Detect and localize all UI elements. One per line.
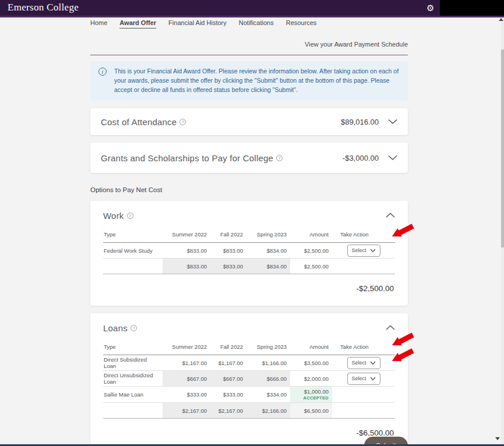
work-title: Work — [103, 211, 124, 221]
info-icon: i — [98, 68, 107, 76]
cell-amount: $2,000.00 — [290, 371, 332, 386]
subsidized-take-action-select[interactable]: Select — [347, 357, 380, 369]
grants-scholarships-amount: -$3,000.00 — [343, 154, 379, 162]
cell-summer: $833.00 — [163, 243, 210, 258]
col-header-summer: Summer 2022 — [163, 229, 210, 242]
cell-summer: $1,167.00 — [163, 355, 210, 370]
loans-table: Type Summer 2022 Fall 2022 Spring 2023 A… — [103, 341, 395, 419]
chevron-down-icon[interactable] — [388, 153, 397, 163]
cell-fall: $833.00 — [210, 243, 246, 258]
cost-of-attendance-card[interactable]: Cost of Attendance ? $89,016.00 — [90, 108, 408, 135]
col-header-fall: Fall 2022 — [210, 341, 246, 355]
table-row-direct-subsidized: Direct Subsidized Loan $1,167.00 $1,167.… — [103, 355, 395, 371]
col-header-take-action: Take Action — [332, 341, 395, 355]
grants-scholarships-title: Grants and Scholarships to Pay for Colle… — [101, 153, 273, 163]
cell-fall: $667.00 — [210, 371, 246, 386]
cell-fall: $1,167.00 — [210, 355, 246, 370]
select-label: Select — [352, 247, 366, 253]
chevron-up-icon[interactable] — [386, 323, 395, 333]
cell-type: Direct Unsubsidized Loan — [103, 371, 163, 386]
options-to-pay-label: Options to Pay Net Cost — [90, 186, 408, 193]
cell-type: Federal Work Study — [103, 243, 163, 258]
chevron-up-icon[interactable] — [386, 210, 395, 221]
loans-net-amount: -$6,500.00 — [103, 419, 395, 440]
col-header-summer: Summer 2022 — [163, 341, 210, 355]
nav-item-financial-aid-history[interactable]: Financial Aid History — [168, 19, 227, 29]
top-header-accent — [0, 16, 504, 17]
nav-item-home[interactable]: Home — [90, 19, 107, 29]
status-badge: ACCEPTED — [303, 395, 329, 401]
table-row-federal-work-study: Federal Work Study $833.00 $833.00 $834.… — [103, 243, 395, 259]
select-label: Select — [352, 360, 366, 366]
col-header-fall: Fall 2022 — [210, 229, 246, 242]
cell-type: Sallie Mae Loan — [103, 387, 163, 402]
info-banner: i This is your Financial Aid Award Offer… — [90, 61, 408, 101]
main-content: View your Award Payment Schedule i This … — [90, 35, 408, 446]
cell-spring: $834.00 — [246, 243, 290, 258]
total-fall: $2,167.00 — [210, 403, 246, 418]
total-amount: $2,500.00 — [290, 259, 332, 274]
cell-spring: $666.00 — [246, 371, 290, 386]
award-payment-schedule-link[interactable]: View your Award Payment Schedule — [305, 41, 408, 48]
table-row-direct-unsubsidized: Direct Unsubsidized Loan $667.00 $667.00… — [103, 371, 395, 387]
help-icon[interactable]: ? — [179, 119, 186, 125]
redacted-user-box — [440, 0, 504, 16]
cost-of-attendance-title: Cost of Attendance — [101, 117, 177, 127]
help-icon[interactable]: ? — [127, 213, 133, 219]
gear-icon[interactable]: ⚙ — [427, 3, 434, 13]
cell-amount-accepted: $1,000.00 ACCEPTED — [290, 387, 332, 402]
col-header-type: Type — [103, 229, 163, 242]
work-take-action-select[interactable]: Select — [347, 245, 380, 257]
cell-amount: $2,500.00 — [290, 243, 332, 258]
chevron-down-icon — [370, 377, 376, 381]
scrollbar-down-arrow[interactable] — [495, 437, 500, 440]
nav-item-notifications[interactable]: Notifications — [239, 19, 274, 29]
cost-of-attendance-amount: $89,016.00 — [341, 118, 379, 126]
chevron-down-icon — [370, 249, 376, 253]
brand-logo: Emerson College — [8, 2, 79, 13]
accepted-amount: $1,000.00 — [304, 388, 329, 395]
work-section-header[interactable]: Work ? — [103, 210, 395, 221]
work-table: Type Summer 2022 Fall 2022 Spring 2023 A… — [103, 229, 395, 274]
col-header-amount: Amount — [290, 341, 332, 355]
scrollbar-up-arrow[interactable] — [499, 18, 503, 21]
col-header-spring: Spring 2023 — [246, 341, 290, 355]
loans-totals-row: $2,167.00 $2,167.00 $2,166.00 $6,500.00 — [103, 403, 395, 419]
total-spring: $2,166.00 — [246, 403, 290, 418]
total-summer: $833.00 — [163, 259, 210, 274]
work-net-amount: -$2,500.00 — [103, 274, 395, 295]
chevron-down-icon — [370, 361, 376, 365]
grants-scholarships-card[interactable]: Grants and Scholarships to Pay for Colle… — [90, 143, 408, 173]
divider — [90, 55, 408, 55]
nav-item-award-offer[interactable]: Award Offer — [119, 19, 156, 29]
loans-title: Loans — [103, 323, 128, 333]
col-header-amount: Amount — [290, 229, 332, 242]
loans-table-header: Type Summer 2022 Fall 2022 Spring 2023 A… — [103, 341, 395, 355]
nav-item-resources[interactable]: Resources — [286, 19, 317, 29]
cell-summer: $667.00 — [163, 371, 210, 386]
total-fall: $833.00 — [210, 259, 246, 274]
cell-fall: $333.00 — [210, 387, 246, 402]
help-icon[interactable]: ? — [276, 155, 283, 161]
cell-spring: $1,166.00 — [246, 355, 290, 370]
work-section-card: Work ? Type Summer 2022 Fall 2022 Spring… — [90, 201, 408, 306]
work-totals-row: $833.00 $833.00 $834.00 $2,500.00 — [103, 259, 395, 274]
work-table-header: Type Summer 2022 Fall 2022 Spring 2023 A… — [103, 229, 395, 243]
cell-summer: $333.00 — [163, 387, 210, 402]
total-spring: $834.00 — [246, 259, 290, 274]
loans-section-header[interactable]: Loans ? — [103, 323, 395, 333]
main-nav: Home Award Offer Financial Aid History N… — [90, 19, 316, 29]
total-amount: $6,500.00 — [290, 403, 332, 418]
help-icon[interactable]: ? — [131, 325, 137, 331]
info-banner-text: This is your Financial Aid Award Offer. … — [114, 67, 400, 94]
loans-section-card: Loans ? Type Summer 2022 Fall 2022 Sprin… — [90, 313, 408, 446]
scrollbar-thumb[interactable] — [501, 49, 504, 247]
col-header-type: Type — [103, 341, 163, 355]
cell-amount: $3,500.00 — [290, 355, 332, 370]
total-summer: $2,167.00 — [163, 403, 210, 418]
table-row-sallie-mae: Sallie Mae Loan $333.00 $333.00 $334.00 … — [103, 387, 395, 403]
cell-spring: $334.00 — [246, 387, 290, 402]
chevron-down-icon[interactable] — [388, 116, 397, 127]
col-header-spring: Spring 2023 — [246, 229, 290, 242]
unsubsidized-take-action-select[interactable]: Select — [347, 373, 380, 385]
